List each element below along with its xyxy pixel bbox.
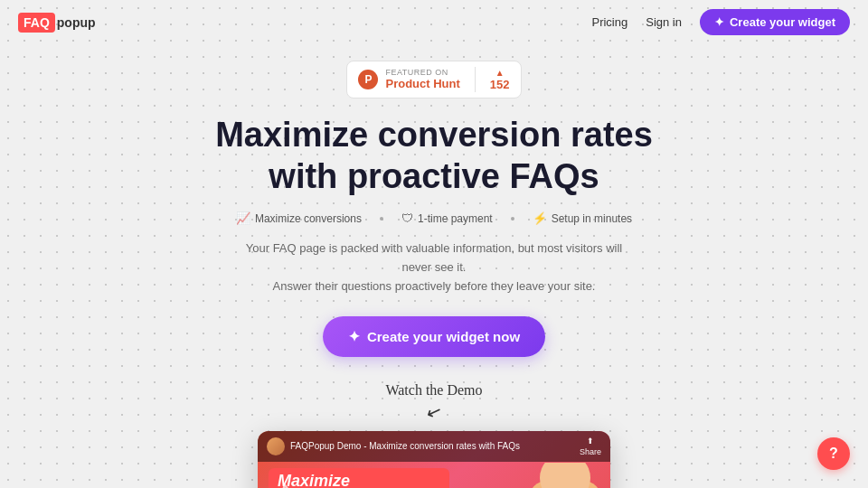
shield-icon: 🛡	[401, 211, 413, 225]
subtitle-line1: Your FAQ page is packed with valuable in…	[246, 241, 622, 274]
svg-line-0	[271, 485, 285, 488]
subtitle-line2: Answer their questions proactively befor…	[273, 279, 596, 293]
watch-demo-label: Watch the Demo	[385, 382, 482, 399]
feature-payment-label: 1-time payment	[418, 212, 493, 225]
logo-popup: popup	[57, 15, 96, 30]
feature-payment: 🛡 1-time payment	[401, 211, 493, 225]
video-thumbnail[interactable]: FAQPopup Demo - Maximize conversion rate…	[258, 431, 610, 488]
video-share-button[interactable]: ⬆ Share	[580, 436, 601, 456]
arrows-decoration	[267, 476, 303, 488]
ph-vote-count: ▲ 152	[490, 68, 510, 91]
feature-setup: ⚡ Setup in minutes	[533, 211, 632, 225]
navbar: FAQ popup Pricing Sign in ✦ Create your …	[0, 0, 868, 44]
person-head	[540, 463, 590, 488]
video-person	[511, 463, 610, 488]
cta-icon: ✦	[348, 328, 360, 345]
logo-faq: FAQ	[18, 13, 55, 33]
signin-link[interactable]: Sign in	[646, 15, 682, 29]
main-content: P FEATURED ON Product Hunt ▲ 152 Maximiz…	[0, 44, 868, 488]
hero-cta-button[interactable]: ✦ Create your widget now	[323, 316, 545, 357]
hero-headline: Maximize conversion rates with proactive…	[215, 115, 653, 197]
feature-setup-label: Setup in minutes	[552, 212, 632, 225]
nav-right: Pricing Sign in ✦ Create your widget	[591, 9, 850, 35]
logo[interactable]: FAQ popup	[18, 13, 96, 33]
svg-line-1	[285, 485, 292, 488]
ph-text: FEATURED ON Product Hunt	[385, 69, 459, 90]
video-content: Maximize Conversion rates with FA	[258, 463, 610, 488]
ph-divider	[475, 67, 476, 92]
demo-arrow-icon: ↙	[423, 398, 445, 423]
help-button[interactable]: ?	[817, 437, 850, 470]
hero-subtitle: Your FAQ page is packed with valuable in…	[240, 239, 628, 296]
video-avatar	[267, 437, 285, 455]
video-title-text: FAQPopup Demo - Maximize conversion rate…	[290, 441, 520, 451]
pricing-link[interactable]: Pricing	[591, 15, 627, 29]
nav-cta-label: Create your widget	[730, 15, 835, 29]
feature-conversions-label: Maximize conversions	[255, 212, 362, 225]
ph-logo-icon: P	[358, 70, 378, 89]
share-icon: ⬆	[587, 436, 594, 446]
watch-demo-section: Watch the Demo ↙	[385, 382, 482, 422]
help-icon: ?	[829, 446, 838, 462]
nav-cta-icon: ✦	[714, 15, 724, 29]
video-header: FAQPopup Demo - Maximize conversion rate…	[258, 431, 610, 462]
lightning-icon: ⚡	[533, 211, 547, 225]
ph-up-arrow-icon: ▲	[495, 68, 505, 78]
feature-pills: 📈 Maximize conversions 🛡 1-time payment …	[236, 211, 632, 225]
maximize-icon: 📈	[236, 211, 250, 225]
product-hunt-badge[interactable]: P FEATURED ON Product Hunt ▲ 152	[346, 61, 521, 99]
headline-line1: Maximize conversion rates	[215, 116, 653, 154]
share-label: Share	[580, 447, 601, 456]
ph-number: 152	[490, 78, 510, 91]
ph-name-label: Product Hunt	[385, 78, 459, 90]
feature-conversions: 📈 Maximize conversions	[236, 211, 362, 225]
feature-dot-1	[380, 217, 383, 221]
video-header-left: FAQPopup Demo - Maximize conversion rate…	[267, 437, 520, 455]
feature-dot-2	[511, 217, 514, 221]
nav-create-widget-button[interactable]: ✦ Create your widget	[700, 9, 850, 35]
cta-label: Create your widget now	[367, 329, 520, 344]
headline-line2: with proactive FAQs	[269, 157, 599, 195]
